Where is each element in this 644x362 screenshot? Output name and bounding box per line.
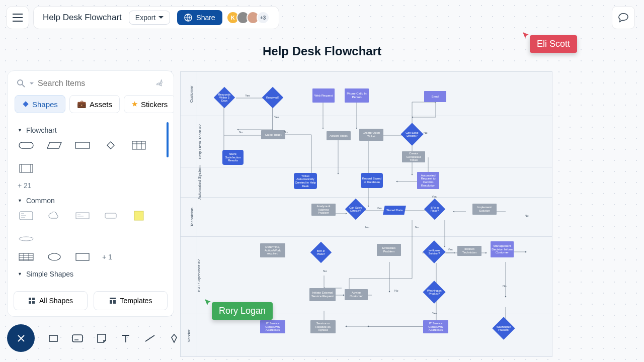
svg-rect-24: [72, 335, 83, 342]
node-webreq[interactable]: Web Request: [312, 88, 335, 103]
shape-container[interactable]: [18, 233, 35, 245]
node-auto-req[interactable]: Automated Request to Confirm Resolution: [417, 172, 439, 189]
node-determine[interactable]: Determine, Action/Work required: [260, 243, 285, 257]
tool-card[interactable]: [70, 331, 85, 346]
search-input[interactable]: [38, 79, 148, 88]
shape-label[interactable]: [74, 210, 91, 222]
close-icon: [17, 334, 26, 343]
cursor-icon: [522, 31, 530, 39]
swimlane: Vendor: [181, 314, 552, 357]
tool-rect[interactable]: [46, 331, 61, 346]
tab-shapes[interactable]: Shapes: [15, 95, 65, 113]
svg-point-12: [19, 237, 33, 241]
all-shapes-button[interactable]: All Shapes: [14, 291, 88, 310]
presence-avatars[interactable]: K +3: [229, 11, 270, 24]
share-button[interactable]: Share: [177, 10, 222, 25]
node-itservice2[interactable]: IT Service Center/WN Addresses: [423, 320, 448, 333]
tool-text[interactable]: [118, 331, 133, 346]
node-mgmt[interactable]: Management Decision Inform Customer: [491, 241, 514, 257]
shape-cloud[interactable]: [46, 210, 63, 222]
shapes-panel-body: ▼Flowchart + 21 ▼Common + 1 ▼Simple Shap…: [13, 117, 169, 308]
node-assign[interactable]: Assign Ticket: [327, 131, 351, 140]
presence-cursor-eli: Eli Scott: [522, 31, 577, 53]
chevron-down-icon: [30, 82, 34, 85]
shape-data[interactable]: [46, 139, 63, 151]
scrollbar[interactable]: [167, 122, 169, 157]
pin-icon[interactable]: [156, 79, 165, 87]
hamburger-icon: [13, 14, 23, 22]
svg-rect-2: [23, 101, 28, 107]
node-instruct[interactable]: Instruct Technician: [457, 246, 481, 256]
node-analyze[interactable]: Analyze & Address Problem: [311, 204, 336, 216]
templates-button[interactable]: Templates: [94, 291, 168, 310]
svg-rect-23: [49, 335, 57, 341]
category-flowchart[interactable]: ▼Flowchart: [18, 126, 164, 134]
node-serv-replace[interactable]: Service or Replace as Agreed: [310, 320, 336, 333]
svg-rect-15: [76, 253, 89, 260]
node-initiate-ext[interactable]: Initiate External Service Request: [309, 288, 336, 301]
shape-predefined[interactable]: [18, 162, 35, 174]
chat-button[interactable]: [612, 6, 635, 29]
shape-card[interactable]: [18, 210, 35, 222]
svg-rect-19: [32, 301, 35, 304]
common-more[interactable]: + 1: [102, 251, 112, 263]
svg-rect-18: [29, 301, 31, 304]
node-ticket-auto[interactable]: Ticket Automatically Created in Help Des…: [294, 173, 317, 189]
briefcase-icon: 💼: [77, 100, 87, 109]
menu-button[interactable]: [6, 6, 29, 29]
tab-stickers[interactable]: ★ Stickers: [124, 95, 174, 113]
flowchart-more[interactable]: + 21: [18, 182, 164, 190]
node-phonecall[interactable]: Phone Call / In Person: [345, 88, 369, 103]
node-record-db[interactable]: Record Stored in Database: [361, 173, 383, 188]
cursor-icon: [204, 298, 212, 306]
bottom-toolbar: [7, 324, 182, 352]
grid-icon: [28, 297, 35, 304]
topbar: Help Desk Flowchart Export Share K +3: [6, 6, 279, 29]
tab-assets[interactable]: 💼 Assets: [69, 95, 120, 113]
shape-tag[interactable]: [102, 210, 119, 222]
tool-line[interactable]: [142, 331, 157, 346]
node-evaluates[interactable]: Evaluates Problem: [377, 244, 401, 256]
svg-point-14: [48, 253, 60, 260]
shape-grid[interactable]: [18, 251, 35, 263]
export-button[interactable]: Export: [129, 11, 170, 25]
shapes-sidebar: Shapes 💼 Assets ★ Stickers ▼Flowchart + …: [7, 70, 174, 317]
svg-point-1: [18, 80, 23, 85]
node-email[interactable]: Email: [424, 91, 446, 102]
chat-icon: [618, 13, 629, 23]
close-fab[interactable]: [7, 324, 35, 352]
node-itservice1[interactable]: IT Service Center/WN Addresses: [260, 320, 285, 333]
doc-title-bar: Help Desk Flowchart Export Share K +3: [33, 6, 279, 29]
doc-title[interactable]: Help Desk Flowchart: [43, 13, 122, 23]
svg-rect-16: [29, 298, 31, 300]
category-common[interactable]: ▼Common: [18, 197, 164, 205]
chevron-down-icon: [158, 16, 164, 19]
avatar-more[interactable]: +3: [257, 11, 270, 24]
presence-cursor-rory: Rory Logan: [204, 298, 273, 320]
shape-process[interactable]: [74, 139, 91, 151]
svg-rect-11: [134, 211, 143, 220]
shape-decision[interactable]: [102, 139, 119, 151]
node-create-completed[interactable]: Create Completed Ticket: [402, 151, 425, 162]
node-close[interactable]: Close Ticket: [261, 130, 285, 139]
shape-terminator[interactable]: [18, 139, 35, 151]
tool-sticky[interactable]: [94, 331, 109, 346]
diamond-icon: [22, 101, 29, 108]
shape-table[interactable]: [130, 139, 147, 151]
category-simple[interactable]: ▼Simple Shapes: [18, 270, 164, 278]
shape-sticky[interactable]: [130, 210, 147, 222]
svg-rect-6: [132, 141, 145, 149]
node-create-open[interactable]: Create Open Ticket: [359, 129, 383, 141]
svg-rect-5: [107, 142, 114, 149]
node-store-sat[interactable]: Store Satisfaction Results: [222, 150, 244, 165]
node-advise[interactable]: Advise Customer: [345, 289, 368, 300]
shape-ellipse[interactable]: [46, 251, 63, 263]
node-implement[interactable]: Implement Solution: [472, 204, 497, 215]
star-icon: ★: [131, 100, 138, 109]
search-row: [13, 76, 169, 91]
shapes-tabs: Shapes 💼 Assets ★ Stickers: [13, 91, 169, 117]
tool-pen[interactable]: [167, 331, 182, 346]
templates-icon: [109, 297, 116, 304]
node-stored-data[interactable]: Stored Data: [383, 206, 406, 215]
shape-rect[interactable]: [74, 251, 91, 263]
